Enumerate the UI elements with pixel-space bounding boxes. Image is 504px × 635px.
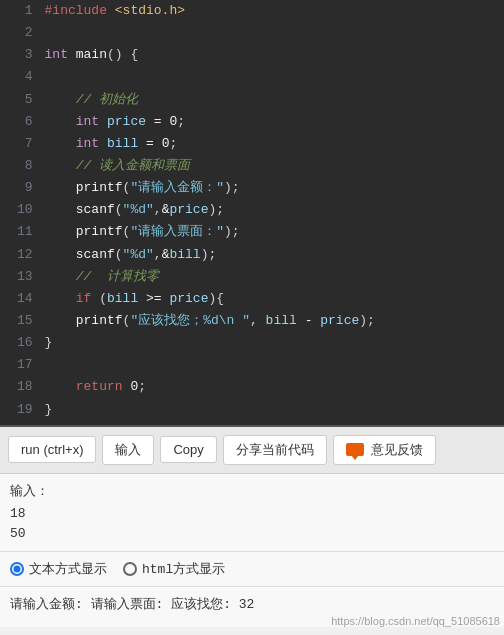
line-number: 6 [0,111,41,133]
line-content: } [41,332,504,354]
line-number: 17 [0,354,41,376]
line-content: printf("请输入金额："); [41,177,504,199]
watermark: https://blog.csdn.net/qq_51085618 [331,615,500,627]
output-text: 请输入金额: 请输入票面: 应该找您: 32 [10,597,254,612]
line-content: printf("请输入票面："); [41,221,504,243]
input-value-1: 18 [10,504,494,525]
code-line-3: 3 int main() { [0,44,504,66]
line-number: 12 [0,244,41,266]
line-number: 14 [0,288,41,310]
line-number: 19 [0,399,41,421]
feedback-button[interactable]: 意见反馈 [333,435,436,465]
line-number: 7 [0,133,41,155]
line-number: 8 [0,155,41,177]
input-values: 18 50 [10,504,494,546]
line-content: // 计算找零 [41,266,504,288]
code-line-6: 6 int price = 0; [0,111,504,133]
line-content [41,354,504,376]
code-line-4: 4 [0,66,504,88]
code-line-7: 7 int bill = 0; [0,133,504,155]
code-line-8: 8 // 读入金额和票面 [0,155,504,177]
line-number: 1 [0,0,41,22]
line-content: scanf("%d",&bill); [41,244,504,266]
code-line-10: 10 scanf("%d",&price); [0,199,504,221]
line-content: int bill = 0; [41,133,504,155]
line-number: 18 [0,376,41,398]
input-button[interactable]: 输入 [102,435,154,465]
input-label: 输入： [10,482,494,500]
code-line-14: 14 if (bill >= price){ [0,288,504,310]
line-number: 9 [0,177,41,199]
input-value-2: 50 [10,524,494,545]
code-line-9: 9 printf("请输入金额："); [0,177,504,199]
line-content: printf("应该找您；%d\n ", bill - price); [41,310,504,332]
line-content: // 初始化 [41,89,504,111]
code-line-17: 17 [0,354,504,376]
share-button[interactable]: 分享当前代码 [223,435,327,465]
code-line-19: 19 } [0,399,504,421]
line-content: } [41,399,504,421]
code-line-18: 18 return 0; [0,376,504,398]
line-content [41,66,504,88]
line-content: scanf("%d",&price); [41,199,504,221]
radio-html-circle [123,562,137,576]
radio-html-label: html方式显示 [142,560,225,578]
toolbar: run (ctrl+x) 输入 Copy 分享当前代码 意见反馈 [0,427,504,474]
line-content: // 读入金额和票面 [41,155,504,177]
line-content [41,22,504,44]
code-line-5: 5 // 初始化 [0,89,504,111]
line-content: if (bill >= price){ [41,288,504,310]
radio-html-option[interactable]: html方式显示 [123,560,225,578]
line-number: 2 [0,22,41,44]
code-line-13: 13 // 计算找零 [0,266,504,288]
copy-button[interactable]: Copy [160,436,216,463]
line-content: int price = 0; [41,111,504,133]
input-section: 输入： 18 50 [0,474,504,553]
line-number: 3 [0,44,41,66]
feedback-label: 意见反馈 [371,441,423,459]
line-content: #include <stdio.h> [41,0,504,22]
radio-text-option[interactable]: 文本方式显示 [10,560,107,578]
code-line-11: 11 printf("请输入票面："); [0,221,504,243]
radio-text-circle [10,562,24,576]
run-button[interactable]: run (ctrl+x) [8,436,96,463]
code-line-2: 2 [0,22,504,44]
line-content: return 0; [41,376,504,398]
line-number: 15 [0,310,41,332]
line-content: int main() { [41,44,504,66]
feedback-icon [346,443,364,456]
radio-text-label: 文本方式显示 [29,560,107,578]
line-number: 16 [0,332,41,354]
code-line-12: 12 scanf("%d",&bill); [0,244,504,266]
code-line-16: 16 } [0,332,504,354]
line-number: 13 [0,266,41,288]
line-number: 11 [0,221,41,243]
code-editor: 1 #include <stdio.h> 2 3 int main() { 4 … [0,0,504,427]
code-line-1: 1 #include <stdio.h> [0,0,504,22]
radio-section: 文本方式显示 html方式显示 [0,552,504,587]
line-number: 10 [0,199,41,221]
code-line-15: 15 printf("应该找您；%d\n ", bill - price); [0,310,504,332]
line-number: 4 [0,66,41,88]
line-number: 5 [0,89,41,111]
